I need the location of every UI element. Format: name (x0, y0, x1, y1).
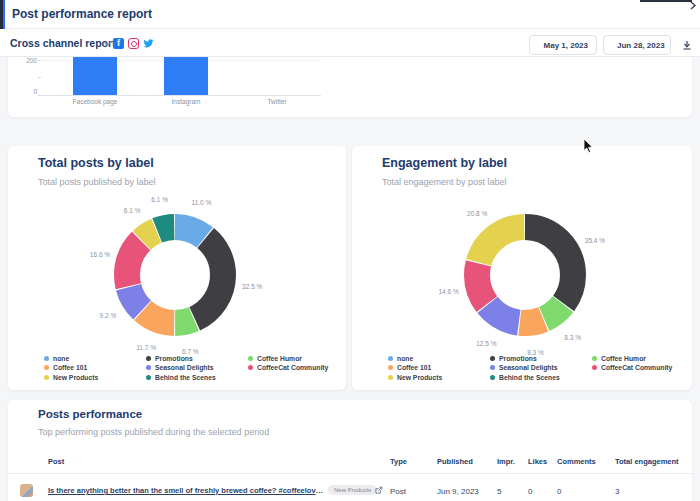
donut-percentage-label: 6.1 % (151, 195, 168, 202)
chart-legend: noneCoffee 101New ProductsPromotionsSeas… (44, 354, 328, 382)
legend-label: Coffee 101 (53, 364, 87, 371)
legend-item: Coffee 101 (44, 363, 146, 372)
legend-label: CoffeeCat Community (257, 364, 328, 371)
legend-color-dot (388, 375, 393, 380)
download-icon[interactable] (681, 39, 693, 51)
column-header-impressions: Impr. (497, 457, 515, 466)
column-header-post: Post (48, 457, 64, 466)
total-posts-by-label-card: Total posts by label Total posts publish… (8, 146, 346, 390)
legend-color-dot (146, 365, 151, 370)
post-thumbnail (20, 484, 33, 497)
y-axis-tick-0: 0 (14, 88, 37, 95)
legend-color-dot (490, 375, 495, 380)
legend-color-dot (388, 356, 393, 361)
facebook-icon[interactable]: f (113, 38, 124, 49)
sidebar-active-indicator (3, 0, 5, 29)
legend-item: CoffeeCat Community (248, 363, 328, 372)
posts-performance-card: Posts performance Top performing posts p… (8, 400, 692, 501)
top-edge-line (640, 0, 692, 2)
table-divider (8, 473, 692, 474)
mouse-cursor-icon (583, 139, 594, 154)
legend-color-dot (592, 365, 597, 370)
legend-item: CoffeeCat Community (592, 363, 672, 372)
column-header-likes: Likes (528, 457, 547, 466)
engagement-donut-chart: 35.4 %8.3 %8.3 %12.5 %14.6 %20.8 % (458, 208, 592, 342)
date-from-button[interactable]: May 1, 2023 (529, 35, 597, 55)
legend-item: Promotions (490, 354, 568, 363)
legend-label: Seasonal Delights (155, 364, 214, 371)
legend-label: Promotions (499, 355, 537, 362)
chart-legend: noneCoffee 101New ProductsPromotionsSeas… (388, 354, 672, 382)
bar-Instagram (164, 57, 208, 95)
date-from-value: May 1, 2023 (544, 41, 588, 50)
card-title: Posts performance (38, 408, 142, 420)
card-subtitle: Total posts published by label (38, 177, 156, 187)
card-title: Engagement by label (382, 156, 507, 170)
legend-item: Coffee Humor (248, 354, 328, 363)
total-posts-donut-chart: 11.0 %32.5 %6.7 %11.7 %9.2 %16.6 %6.1 %6… (108, 208, 242, 342)
legend-label: Promotions (155, 355, 193, 362)
donut-percentage-label: 12.5 % (476, 339, 496, 346)
y-axis-tick-200: 200 (14, 57, 37, 64)
legend-color-dot (248, 356, 253, 361)
cell-impressions: 5 (497, 487, 501, 496)
legend-item: Behind the Scenes (146, 373, 224, 382)
card-title: Total posts by label (38, 156, 154, 170)
post-title-link[interactable]: Is there anything better than the smell … (48, 486, 324, 495)
legend-label: Behind the Scenes (155, 374, 216, 381)
posts-by-channel-card: 200 0 Facebook pageInstagramTwitter (8, 57, 692, 117)
cell-type: Post (390, 487, 406, 496)
date-to-button[interactable]: Jun 28, 2023 (603, 35, 671, 55)
legend-label: Coffee Humor (601, 355, 646, 362)
donut-percentage-label: 9.2 % (100, 311, 117, 318)
bar-Facebook page (73, 57, 117, 95)
card-subtitle: Top performing posts published during th… (38, 427, 269, 437)
page-title: Post performance report (12, 0, 152, 29)
legend-item: Behind the Scenes (490, 373, 568, 382)
cell-comments: 0 (557, 487, 561, 496)
legend-color-dot (388, 365, 393, 370)
cell-total-engagement: 3 (615, 487, 619, 496)
legend-item: New Products (388, 373, 490, 382)
legend-label: Coffee 101 (397, 364, 431, 371)
post-performance-report-page: Post performance report Cross channel re… (0, 0, 700, 501)
donut-percentage-label: 16.6 % (90, 250, 110, 257)
legend-color-dot (592, 356, 597, 361)
post-label-badge: New Products (328, 485, 377, 495)
legend-label: Seasonal Delights (499, 364, 558, 371)
legend-label: none (397, 355, 413, 362)
legend-item: Seasonal Delights (146, 363, 224, 372)
donut-percentage-label: 20.8 % (467, 210, 487, 217)
donut-svg (108, 208, 242, 342)
legend-color-dot (490, 356, 495, 361)
x-axis-label: Twitter (267, 98, 286, 105)
legend-color-dot (146, 375, 151, 380)
legend-label: New Products (397, 374, 442, 381)
bar-plot (41, 57, 321, 95)
legend-color-dot (490, 365, 495, 370)
chevron-right-icon[interactable] (689, 1, 697, 10)
legend-item: New Products (44, 373, 146, 382)
legend-color-dot (44, 356, 49, 361)
x-axis-line (41, 95, 321, 96)
instagram-icon[interactable] (128, 38, 139, 49)
page-header: Post performance report (0, 0, 700, 29)
card-subtitle: Total engagement by post label (382, 177, 507, 187)
legend-item: none (44, 354, 146, 363)
twitter-icon[interactable] (143, 38, 154, 49)
legend-color-dot (248, 365, 253, 370)
donut-percentage-label: 35.4 % (585, 237, 605, 244)
donut-percentage-label: 8.3 % (564, 333, 581, 340)
date-to-value: Jun 28, 2023 (617, 41, 665, 50)
legend-label: Coffee Humor (257, 355, 302, 362)
donut-percentage-label: 14.6 % (438, 287, 458, 294)
legend-item: Seasonal Delights (490, 363, 568, 372)
legend-item: none (388, 354, 490, 363)
donut-percentage-label: 11.0 % (192, 198, 212, 205)
calendar-icon (538, 41, 539, 50)
x-axis-label: Facebook page (73, 98, 118, 105)
external-link-icon[interactable] (374, 486, 383, 495)
legend-item: Coffee 101 (388, 363, 490, 372)
column-header-published: Published (437, 457, 473, 466)
legend-label: none (53, 355, 69, 362)
